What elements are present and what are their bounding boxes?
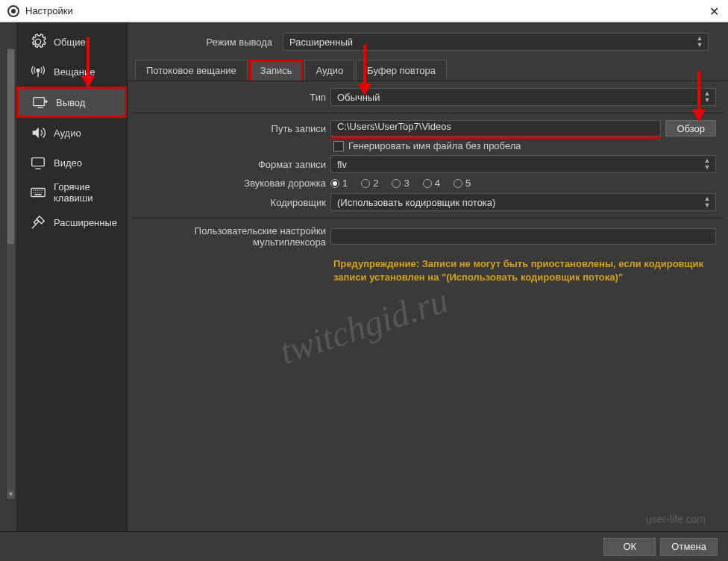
keyboard-icon xyxy=(30,184,46,201)
recording-type-select[interactable]: Обычный ▲▼ xyxy=(330,88,716,106)
sidebar-item-audio[interactable]: Аудио xyxy=(16,118,127,148)
sidebar-item-hotkeys[interactable]: Горячие клавиши xyxy=(16,178,127,207)
sidebar-scrollbar[interactable] xyxy=(6,48,16,500)
tools-icon xyxy=(30,214,46,231)
track-radio-4[interactable]: 4 xyxy=(423,178,440,189)
browse-button[interactable]: Обзор xyxy=(665,120,716,137)
sidebar-item-general[interactable]: Общие xyxy=(16,27,127,57)
sidebar-item-label: Общие xyxy=(54,37,86,48)
scroll-down-button[interactable] xyxy=(7,490,14,499)
svg-rect-2 xyxy=(32,158,45,166)
content-pane: Режим вывода Расширенный ▲▼ Потоковое ве… xyxy=(128,22,728,531)
tab-replay-buffer[interactable]: Буфер повтора xyxy=(356,60,447,81)
chevron-updown-icon: ▲▼ xyxy=(702,157,712,171)
scroll-thumb[interactable] xyxy=(7,50,14,244)
bottom-watermark: user-life.com xyxy=(646,513,706,525)
sidebar-item-broadcast[interactable]: Вещание xyxy=(16,57,127,87)
audio-icon xyxy=(30,125,46,141)
output-mode-select[interactable]: Расширенный ▲▼ xyxy=(283,33,709,51)
sidebar-item-label: Вывод xyxy=(56,97,85,108)
no-space-checkbox[interactable] xyxy=(333,141,344,151)
close-button[interactable]: ✕ xyxy=(709,4,719,19)
sidebar-item-label: Видео xyxy=(54,157,82,169)
sidebar-item-label: Горячие клавиши xyxy=(54,181,119,204)
tab-streaming[interactable]: Потоковое вещание xyxy=(135,60,248,81)
tab-recording[interactable]: Запись xyxy=(249,60,304,81)
sidebar-item-label: Вещание xyxy=(54,66,95,78)
divider xyxy=(132,218,724,219)
video-icon xyxy=(30,154,46,171)
gear-icon xyxy=(30,34,46,50)
window-title: Настройки xyxy=(25,5,73,16)
mux-input[interactable] xyxy=(330,228,716,245)
chevron-updown-icon: ▲▼ xyxy=(694,35,705,48)
sidebar-item-advanced[interactable]: Расширенные xyxy=(16,207,127,237)
svg-point-0 xyxy=(37,69,40,72)
output-tabs: Потоковое вещание Запись Аудио Буфер пов… xyxy=(128,54,728,81)
recording-format-select[interactable]: flv ▲▼ xyxy=(330,155,716,173)
ok-button[interactable]: ОК xyxy=(603,538,656,556)
mux-label: Пользовательские настройки мультиплексор… xyxy=(139,225,326,248)
sidebar-item-output[interactable]: Вывод xyxy=(16,87,127,118)
sidebar-item-label: Аудио xyxy=(54,128,81,139)
chevron-updown-icon: ▲▼ xyxy=(702,90,712,104)
recording-path-input[interactable]: C:\Users\UserTop7\Videos xyxy=(330,120,661,137)
recording-type-label: Тип xyxy=(139,92,326,103)
chevron-updown-icon: ▲▼ xyxy=(702,195,712,209)
output-mode-label: Режим вывода xyxy=(135,37,277,48)
recording-path-label: Путь записи xyxy=(139,123,326,134)
dialog-footer: ОК Отмена xyxy=(0,531,728,561)
audio-track-radios: 1 2 3 4 5 xyxy=(330,178,471,189)
track-radio-5[interactable]: 5 xyxy=(454,178,471,189)
track-radio-3[interactable]: 3 xyxy=(392,178,409,189)
output-icon xyxy=(32,94,48,110)
tab-audio[interactable]: Аудио xyxy=(304,60,354,81)
track-radio-2[interactable]: 2 xyxy=(361,178,378,189)
watermark-text: twitchgid.ru xyxy=(274,279,453,372)
svg-rect-1 xyxy=(34,98,45,106)
cancel-button[interactable]: Отмена xyxy=(660,538,718,556)
no-space-label: Генерировать имя файла без пробела xyxy=(348,140,521,151)
track-radio-1[interactable]: 1 xyxy=(330,178,348,189)
recording-format-label: Формат записи xyxy=(139,159,326,170)
encoder-select[interactable]: (Использовать кодировщик потока) ▲▼ xyxy=(330,193,716,211)
sidebar: Общие Вещание Вывод Аудио Видео xyxy=(16,22,128,531)
audio-track-label: Звуковая дорожка xyxy=(139,178,326,189)
broadcast-icon xyxy=(30,63,46,80)
app-logo-icon xyxy=(7,5,19,17)
sidebar-item-video[interactable]: Видео xyxy=(16,148,127,178)
sidebar-item-label: Расширенные xyxy=(54,217,117,228)
encoder-label: Кодировщик xyxy=(139,197,326,208)
encoder-warning: Предупреждение: Записи не могут быть при… xyxy=(132,250,724,292)
titlebar: Настройки ✕ xyxy=(0,0,728,22)
divider xyxy=(132,113,724,113)
